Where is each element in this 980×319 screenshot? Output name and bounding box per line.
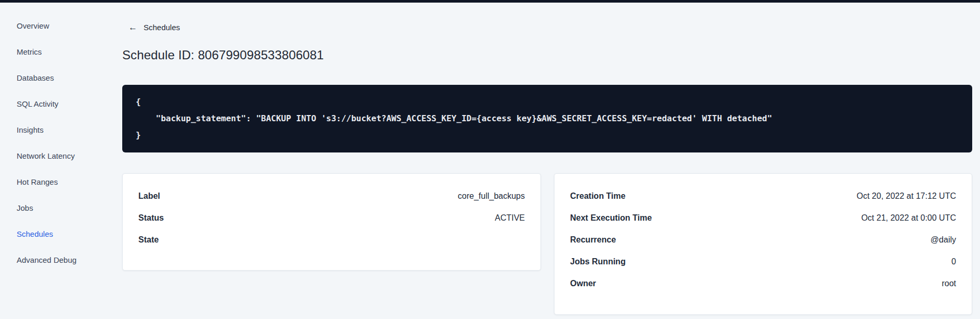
sidebar-item-metrics[interactable]: Metrics bbox=[17, 39, 89, 65]
row-status-value: ACTIVE bbox=[495, 213, 525, 223]
row-status-key: Status bbox=[138, 213, 164, 223]
page-title: Schedule ID: 806799098533806081 bbox=[122, 48, 324, 62]
row-state: State bbox=[138, 229, 525, 251]
sidebar-item-overview[interactable]: Overview bbox=[17, 12, 89, 39]
sidebar-item-sql-activity[interactable]: SQL Activity bbox=[17, 91, 89, 117]
sidebar-item-jobs[interactable]: Jobs bbox=[17, 195, 89, 221]
sidebar-item-network-latency[interactable]: Network Latency bbox=[17, 143, 89, 169]
sidebar: Overview Metrics Databases SQL Activity … bbox=[0, 3, 104, 273]
back-link-label: Schedules bbox=[144, 23, 180, 32]
row-owner-value: root bbox=[942, 279, 956, 288]
row-owner-key: Owner bbox=[570, 279, 596, 288]
sidebar-item-insights[interactable]: Insights bbox=[17, 117, 89, 143]
row-creation-time-value: Oct 20, 2022 at 17:12 UTC bbox=[857, 192, 956, 201]
schedule-details-card: Creation Time Oct 20, 2022 at 17:12 UTC … bbox=[554, 173, 972, 315]
backup-statement-code-block: { "backup_statement": "BACKUP INTO 's3:/… bbox=[122, 85, 972, 152]
sidebar-item-databases[interactable]: Databases bbox=[17, 65, 89, 91]
row-label-value: core_full_backups bbox=[458, 192, 525, 201]
back-to-schedules-link[interactable]: ← Schedules bbox=[128, 23, 180, 32]
back-arrow-icon: ← bbox=[128, 23, 137, 32]
top-edge-bar bbox=[0, 0, 980, 3]
row-owner: Owner root bbox=[570, 273, 956, 295]
sidebar-item-advanced-debug[interactable]: Advanced Debug bbox=[17, 247, 89, 273]
sidebar-item-schedules[interactable]: Schedules bbox=[17, 221, 89, 247]
row-jobs-running-value: 0 bbox=[951, 257, 956, 266]
row-next-execution-time-key: Next Execution Time bbox=[570, 213, 652, 223]
row-recurrence-value: @daily bbox=[931, 235, 956, 245]
row-creation-time: Creation Time Oct 20, 2022 at 17:12 UTC bbox=[570, 185, 956, 207]
sidebar-item-hot-ranges[interactable]: Hot Ranges bbox=[17, 169, 89, 195]
row-jobs-running-key: Jobs Running bbox=[570, 257, 626, 266]
row-next-execution-time: Next Execution Time Oct 21, 2022 at 0:00… bbox=[570, 207, 956, 229]
row-recurrence-key: Recurrence bbox=[570, 235, 616, 245]
code-line: "backup_statement": "BACKUP INTO 's3://b… bbox=[136, 113, 772, 123]
row-label: Label core_full_backups bbox=[138, 185, 525, 207]
code-line: } bbox=[136, 130, 141, 140]
summary-cards: Label core_full_backups Status ACTIVE St… bbox=[122, 173, 972, 315]
row-next-execution-time-value: Oct 21, 2022 at 0:00 UTC bbox=[861, 213, 956, 223]
row-creation-time-key: Creation Time bbox=[570, 192, 625, 201]
schedule-summary-card: Label core_full_backups Status ACTIVE St… bbox=[122, 173, 541, 271]
row-state-key: State bbox=[138, 235, 159, 245]
row-recurrence: Recurrence @daily bbox=[570, 229, 956, 251]
row-jobs-running: Jobs Running 0 bbox=[570, 251, 956, 273]
code-line: { bbox=[136, 97, 141, 107]
row-label-key: Label bbox=[138, 192, 160, 201]
row-status: Status ACTIVE bbox=[138, 207, 525, 229]
